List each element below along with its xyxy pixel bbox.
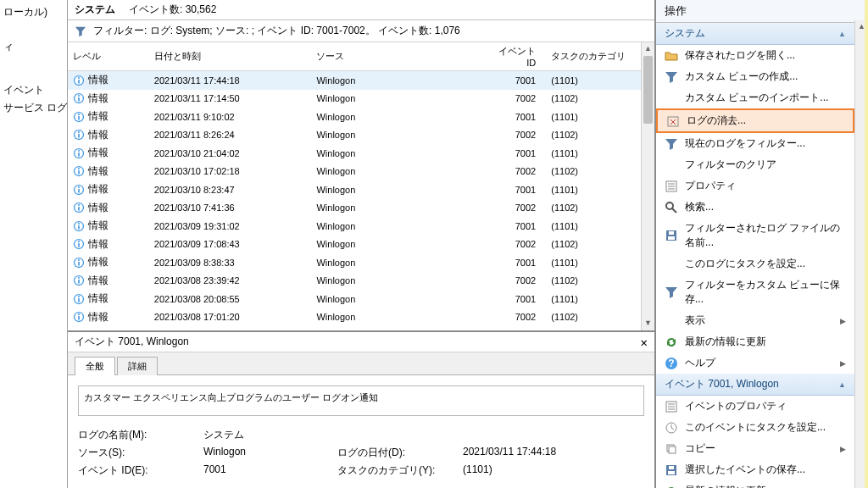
- folder-icon: [665, 49, 678, 63]
- svg-point-7: [78, 95, 80, 97]
- action-save-filter-view[interactable]: フィルターをカスタム ビューに保存...: [656, 274, 854, 310]
- action-attach-task[interactable]: このログにタスクを設定...: [656, 253, 854, 274]
- tab-general[interactable]: 全般: [75, 357, 115, 375]
- action-save-filtered[interactable]: フィルターされたログ ファイルの名前...: [656, 218, 854, 253]
- label-eid: イベント ID(E):: [78, 463, 197, 478]
- scroll-up-icon[interactable]: ▲: [642, 42, 654, 56]
- window-edge: [865, 0, 868, 488]
- action-view[interactable]: 表示▶: [656, 310, 854, 331]
- svg-rect-38: [78, 243, 80, 247]
- info-icon: 情報: [73, 310, 108, 324]
- event-table[interactable]: レベル 日付と時刻 ソース イベント ID タスクのカテゴリ 情報2021/03…: [68, 42, 654, 330]
- table-row[interactable]: 情報2021/03/11 9:10:02Winlogon7001(1101): [68, 108, 654, 126]
- tree-sliver: ローカル) ィ イベント サービス ログ: [0, 0, 68, 488]
- svg-text:?: ?: [668, 358, 674, 369]
- table-row[interactable]: 情報2021/03/08 23:39:42Winlogon7002(1102): [68, 272, 654, 291]
- col-eid[interactable]: イベント ID: [492, 42, 546, 71]
- action-import-view[interactable]: カスタム ビューのインポート...: [656, 87, 854, 108]
- action-save-selected[interactable]: 選択したイベントの保存...: [656, 459, 854, 480]
- section-event[interactable]: イベント 7001, Winlogon ▲: [656, 374, 854, 396]
- center-column: システム イベント数: 30,562 フィルター: ログ: System; ソー…: [68, 0, 656, 488]
- action-find[interactable]: 検索...: [656, 197, 854, 218]
- table-row[interactable]: 情報2021/03/10 7:41:36Winlogon7002(1102): [68, 199, 654, 218]
- section-system[interactable]: システム ▲: [656, 23, 854, 45]
- table-row[interactable]: 情報2021/03/11 17:44:18Winlogon7001(1101): [68, 71, 654, 90]
- info-icon: 情報: [73, 219, 108, 233]
- svg-rect-2: [78, 80, 80, 83]
- tree-node[interactable]: ローカル): [3, 3, 64, 21]
- tab-detail[interactable]: 詳細: [117, 357, 158, 375]
- value-logdate: 2021/03/11 17:44:18: [463, 446, 644, 460]
- value-logname: システム: [203, 428, 331, 442]
- table-row[interactable]: 情報2021/03/11 17:14:50Winlogon7002(1102): [68, 90, 654, 108]
- action-refresh[interactable]: 最新の情報に更新: [656, 331, 854, 352]
- table-row[interactable]: 情報2021/03/08 17:01:20Winlogon7002(1102): [68, 308, 654, 327]
- table-row[interactable]: 情報2021/03/10 8:23:47Winlogon7001(1101): [68, 180, 654, 199]
- col-level[interactable]: レベル: [68, 42, 149, 71]
- funnel-icon: [665, 286, 678, 299]
- svg-rect-26: [78, 189, 80, 192]
- svg-rect-18: [78, 152, 80, 156]
- action-help[interactable]: ?ヘルプ▶: [656, 352, 854, 374]
- svg-rect-22: [78, 170, 80, 174]
- svg-point-3: [78, 76, 80, 78]
- filter-text: フィルター: ログ: System; ソース: ; イベント ID: 7001-…: [93, 24, 460, 38]
- svg-rect-65: [669, 231, 674, 235]
- table-row[interactable]: 情報2021/03/09 8:38:33Winlogon7001(1101): [68, 253, 654, 272]
- action-filter-log[interactable]: 現在のログをフィルター...: [656, 133, 854, 154]
- action-event-attach[interactable]: このイベントにタスクを設定...: [656, 417, 854, 438]
- scroll-down-icon[interactable]: ▼: [642, 317, 654, 330]
- action-properties[interactable]: プロパティ: [656, 175, 854, 197]
- table-row[interactable]: 情報2021/03/10 17:02:18Winlogon7002(1102): [68, 163, 654, 181]
- close-icon[interactable]: ✕: [641, 336, 648, 349]
- blank-icon: [665, 92, 678, 105]
- tree-node[interactable]: サービス ログ: [3, 99, 64, 117]
- info-icon: 情報: [73, 109, 108, 124]
- svg-rect-14: [78, 134, 80, 137]
- filter-row: フィルター: ログ: System; ソース: ; イベント ID: 7001-…: [68, 20, 654, 42]
- table-row[interactable]: 情報2021/03/09 17:08:43Winlogon7002(1102): [68, 236, 654, 254]
- tree-node[interactable]: イベント: [3, 81, 64, 99]
- label-cat: タスクのカテゴリ(Y):: [337, 463, 456, 478]
- svg-point-61: [666, 202, 673, 209]
- scroll-thumb[interactable]: [643, 56, 653, 124]
- table-row[interactable]: 情報2021/03/11 8:26:24Winlogon7002(1102): [68, 126, 654, 145]
- action-clear-filter[interactable]: フィルターのクリア: [656, 154, 854, 175]
- info-icon: 情報: [73, 128, 108, 142]
- info-icon: 情報: [73, 73, 108, 87]
- svg-rect-54: [78, 316, 80, 319]
- table-row[interactable]: 情報2021/03/09 19:31:02Winlogon7001(1101): [68, 217, 654, 236]
- table-row[interactable]: 情報2021/03/08 20:08:55Winlogon7001(1101): [68, 290, 654, 308]
- copy-icon: [665, 442, 678, 456]
- action-clear-log[interactable]: ログの消去...: [656, 108, 854, 133]
- svg-rect-64: [668, 236, 675, 240]
- svg-rect-76: [668, 471, 675, 474]
- search-icon: [665, 201, 678, 214]
- value-eid: 7001: [203, 463, 331, 478]
- blank-icon: [665, 258, 678, 271]
- task-icon: [665, 421, 678, 435]
- action-open-saved[interactable]: 保存されたログを開く...: [656, 45, 854, 66]
- action-copy[interactable]: コピー▶: [656, 438, 854, 459]
- col-cat[interactable]: タスクのカテゴリ: [546, 42, 654, 71]
- actions-header: 操作: [656, 0, 868, 23]
- table-row[interactable]: 情報2021/03/10 21:04:02Winlogon7001(1101): [68, 144, 654, 163]
- help-icon: ?: [665, 357, 678, 370]
- info-icon: 情報: [73, 164, 108, 179]
- funnel-icon: [665, 137, 678, 151]
- col-date[interactable]: 日付と時刻: [149, 42, 312, 71]
- action-refresh-2[interactable]: 最新の情報に更新: [656, 480, 854, 488]
- svg-rect-74: [669, 446, 676, 453]
- label-logdate: ログの日付(D):: [337, 446, 456, 460]
- detail-tabs: 全般 詳細: [68, 352, 654, 375]
- svg-rect-10: [78, 116, 80, 119]
- tree-node[interactable]: ィ: [3, 38, 64, 56]
- value-cat: (1101): [463, 463, 644, 478]
- action-create-view[interactable]: カスタム ビューの作成...: [656, 66, 854, 87]
- svg-rect-6: [78, 97, 80, 101]
- svg-point-11: [78, 113, 80, 114]
- funnel-icon: [665, 70, 678, 84]
- table-scrollbar[interactable]: ▲ ▼: [641, 42, 654, 330]
- action-event-prop[interactable]: イベントのプロパティ: [656, 396, 854, 417]
- col-source[interactable]: ソース: [311, 42, 492, 71]
